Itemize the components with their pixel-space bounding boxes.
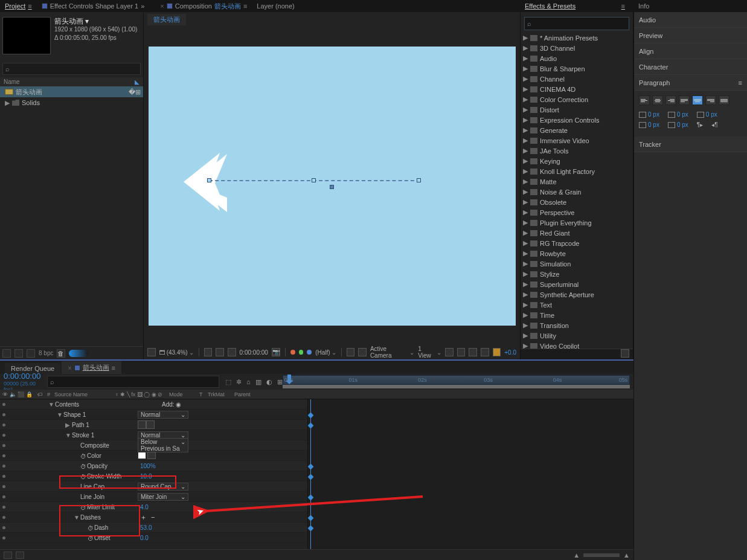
panel-menu-icon[interactable]: ≡: [621, 2, 629, 10]
effects-category-row[interactable]: ▶Transition: [521, 320, 633, 330]
tree-caret-icon[interactable]: ▶: [523, 137, 528, 144]
justify-last-center-button[interactable]: [692, 95, 703, 105]
tree-caret-icon[interactable]: ▶: [523, 65, 528, 72]
effects-category-row[interactable]: ▶Stylize: [521, 269, 633, 279]
panel-header-paragraph[interactable]: Paragraph≡: [634, 75, 747, 91]
justify-last-right-button[interactable]: [705, 95, 716, 105]
property-value[interactable]: 0.0: [138, 535, 149, 541]
text-direction-rtl[interactable]: ◂¶: [711, 121, 717, 128]
reset-exposure-button[interactable]: [493, 348, 501, 356]
graph-editor-button[interactable]: ⊞: [277, 378, 283, 386]
property-dropdown[interactable]: Round Cap⌄: [138, 483, 188, 491]
tree-caret-icon[interactable]: ▶: [523, 342, 528, 349]
tab-effects-presets[interactable]: Effects & Presets ≡: [520, 0, 633, 12]
timeline-property-row[interactable]: ⏱Opacity100%: [0, 461, 307, 471]
col-mode[interactable]: Mode: [167, 391, 197, 397]
snapshot-button[interactable]: 📷: [272, 348, 280, 356]
visibility-dot[interactable]: [2, 485, 5, 488]
effects-category-row[interactable]: ▶Video Copilot: [521, 341, 633, 349]
path-vertex-handle[interactable]: [207, 178, 211, 182]
tree-caret-icon[interactable]: ▶: [5, 99, 10, 107]
effects-category-list[interactable]: ▶* Animation Presets▶3D Channel▶Audio▶Bl…: [521, 33, 633, 349]
project-item-folder[interactable]: ▶ Solids: [0, 97, 143, 108]
path-tangent-handle[interactable]: [330, 185, 334, 189]
effects-category-row[interactable]: ▶Synthetic Aperture: [521, 289, 633, 300]
col-parent[interactable]: Parent: [232, 391, 262, 397]
project-item-comp[interactable]: 箭头动画 �⊞: [0, 86, 143, 97]
tab-close-icon[interactable]: ×: [68, 364, 71, 372]
tree-caret-icon[interactable]: ▶: [523, 85, 528, 93]
current-time[interactable]: 0:00:00:00: [240, 349, 268, 356]
tree-caret-icon[interactable]: ▶: [523, 147, 528, 155]
effects-category-row[interactable]: ▶Generate: [521, 125, 633, 135]
stopwatch-icon[interactable]: ⏱: [88, 535, 92, 540]
hide-shy-button[interactable]: ⌂: [246, 378, 251, 386]
tab-close-icon[interactable]: ×: [160, 2, 164, 10]
stopwatch-icon[interactable]: ⏱: [88, 525, 92, 530]
tree-caret-icon[interactable]: ▶: [523, 198, 528, 206]
effects-category-row[interactable]: ▶Red Giant: [521, 228, 633, 238]
views-dropdown[interactable]: 1 View: [418, 346, 441, 359]
effects-category-row[interactable]: ▶RG Trapcode: [521, 238, 633, 248]
flowchart-button[interactable]: [481, 348, 489, 356]
tab-composition[interactable]: × Composition 箭头动画 ≡: [155, 0, 252, 12]
zoom-out-icon[interactable]: ▲: [573, 552, 580, 559]
add-menu[interactable]: Add: ◉: [162, 401, 181, 408]
channel-g-icon[interactable]: [299, 350, 304, 355]
channel-r-icon[interactable]: [290, 350, 295, 355]
timeline-track-area[interactable]: [308, 399, 633, 549]
stopwatch-icon[interactable]: ⏱: [80, 474, 85, 478]
panel-menu-icon[interactable]: ≡: [739, 79, 742, 86]
col-num[interactable]: #: [45, 391, 52, 397]
tree-caret-icon[interactable]: ▶: [523, 34, 528, 42]
timeline-button[interactable]: [469, 348, 477, 356]
tree-caret-icon[interactable]: ▶: [523, 178, 528, 185]
new-folder-button[interactable]: [14, 349, 23, 358]
justify-all-button[interactable]: [719, 95, 729, 105]
dash-add-remove[interactable]: ＋ −: [138, 513, 156, 522]
visibility-dot[interactable]: [2, 423, 5, 426]
tree-caret-icon[interactable]: ▶: [523, 75, 528, 83]
keyframe-marker[interactable]: [308, 526, 314, 532]
tree-caret-icon[interactable]: ▶: [523, 332, 528, 340]
channel-b-icon[interactable]: [307, 350, 312, 355]
effects-category-row[interactable]: ▶Knoll Light Factory: [521, 166, 633, 176]
timeline-property-row[interactable]: Line JoinMiter Join⌄: [0, 492, 307, 502]
timeline-property-row[interactable]: ⏱Dash53.0: [0, 523, 307, 533]
tree-caret-icon[interactable]: ▼: [74, 514, 79, 521]
effects-category-row[interactable]: ▶Channel: [521, 74, 633, 84]
draft3d-button[interactable]: ✲: [236, 378, 242, 386]
property-value[interactable]: 53.0: [138, 524, 152, 531]
effects-category-row[interactable]: ▶Blur & Sharpen: [521, 63, 633, 74]
tab-timeline-comp[interactable]: × 箭头动画 ≡: [62, 361, 121, 374]
indent-left-field[interactable]: 0 px: [639, 111, 659, 118]
keyframe-marker[interactable]: [308, 474, 314, 480]
panel-menu-icon[interactable]: ≡: [112, 364, 115, 372]
visibility-dot[interactable]: [2, 403, 5, 406]
tab-layer[interactable]: Layer (none): [252, 0, 299, 12]
effects-category-row[interactable]: ▶Keying: [521, 156, 633, 166]
effects-category-row[interactable]: ▶Obsolete: [521, 197, 633, 207]
tree-caret-icon[interactable]: ▶: [523, 54, 528, 62]
tree-caret-icon[interactable]: ▶: [523, 44, 528, 52]
timeline-property-row[interactable]: ▶Path 1: [0, 420, 307, 430]
effects-category-row[interactable]: ▶Matte: [521, 176, 633, 187]
effects-category-row[interactable]: ▶Distort: [521, 105, 633, 115]
new-bin-button[interactable]: [621, 349, 629, 358]
tree-caret-icon[interactable]: ▶: [523, 301, 528, 309]
effects-category-row[interactable]: ▶Time: [521, 310, 633, 320]
toggle-switches-button[interactable]: [4, 552, 12, 559]
effects-category-row[interactable]: ▶Superluminal: [521, 279, 633, 289]
new-comp-button[interactable]: [27, 349, 35, 358]
effects-category-row[interactable]: ▶Noise & Grain: [521, 187, 633, 197]
effects-search-input[interactable]: ⌕: [524, 17, 629, 30]
tree-caret-icon[interactable]: ▼: [65, 432, 70, 439]
tree-caret-icon[interactable]: ▶: [523, 321, 528, 329]
visibility-dot[interactable]: [2, 434, 5, 437]
keyframe-marker[interactable]: [308, 423, 314, 429]
path-vertex-handle[interactable]: [312, 178, 316, 182]
safe-zones-button[interactable]: [204, 348, 213, 356]
property-dropdown[interactable]: Normal⌄: [138, 411, 188, 419]
motion-blur-button[interactable]: ◐: [266, 378, 272, 386]
tree-caret-icon[interactable]: ▶: [523, 116, 528, 124]
